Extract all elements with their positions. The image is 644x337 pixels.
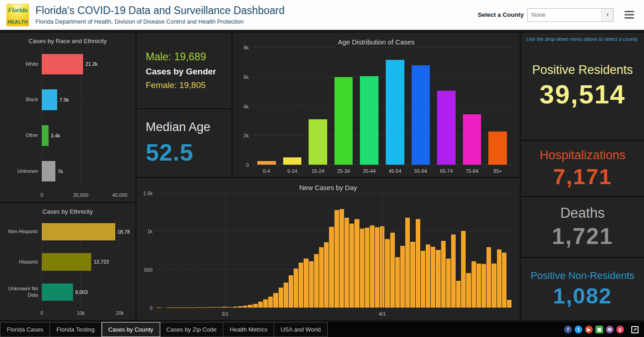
chart-row: Unknown/ No Data8,003 <box>0 277 135 307</box>
chart-row: Non-Hispanic18,78 <box>0 217 135 247</box>
email-icon[interactable]: ✉ <box>606 326 614 333</box>
x-tick-label: 0 <box>40 310 43 316</box>
external-link-icon[interactable]: ↗ <box>631 326 639 333</box>
bar <box>426 244 430 308</box>
gender-panel-title: Cases by Gender <box>146 67 231 77</box>
median-age-value: 52.5 <box>146 139 231 166</box>
bar <box>314 254 319 308</box>
chevron-down-icon: ▼ <box>601 9 613 21</box>
new-cases-by-day-chart: New Cases by Day05001k1.5k3/14/1 <box>137 178 520 320</box>
bar <box>279 288 283 308</box>
value-label: 18,78 <box>118 229 130 234</box>
facebook-icon[interactable]: f <box>564 326 572 333</box>
bar <box>410 242 415 308</box>
x-tick-label: 40,000 <box>112 192 128 198</box>
y-tick-label: 1.5k <box>143 190 152 196</box>
bar <box>228 307 232 308</box>
x-tick-label: 85+ <box>488 165 507 177</box>
age-distribution-chart: Age Distribution of Cases02k4k6k8k0-45-1… <box>233 33 520 177</box>
chart-title: Cases by Race and Ethnicity <box>0 33 135 46</box>
bar <box>319 247 324 308</box>
tab-florida-cases[interactable]: Florida Cases <box>0 322 50 337</box>
x-tick-label: 45-54 <box>386 165 404 177</box>
tab-florida-testing[interactable]: Florida Testing <box>50 322 101 337</box>
x-tick-label: 20k <box>116 310 124 316</box>
bar <box>283 157 302 165</box>
bar <box>446 259 451 308</box>
bar <box>273 293 278 308</box>
bar <box>202 308 207 308</box>
y-tick-label: 4k <box>243 104 249 109</box>
county-hint: Use the drop-down menu above to select a… <box>523 36 642 42</box>
bar <box>263 299 268 308</box>
bar <box>207 307 212 308</box>
tab-cases-by-zip-code[interactable]: Cases by Zip Code <box>160 322 224 337</box>
stat-hospitalizations: Hospitalizations 7,171 <box>521 141 644 196</box>
chart-title: Cases by Ethnicity <box>0 203 135 217</box>
bar <box>431 247 435 308</box>
bar <box>466 273 471 308</box>
value-label: 8,003 <box>75 289 88 295</box>
stat-label: Hospitalizations <box>540 148 625 162</box>
logo-text-florida: Florida <box>6 7 29 14</box>
value-label: 12,722 <box>93 259 109 264</box>
bar <box>268 297 273 308</box>
header: Florida HEALTH Florida's COVID-19 Data a… <box>0 0 644 30</box>
bar <box>416 219 420 308</box>
stat-value: 1,721 <box>552 223 613 249</box>
bar <box>309 261 314 308</box>
bar <box>324 242 329 308</box>
page-title: Florida's COVID-19 Data and Surveillance… <box>35 5 478 17</box>
x-tick-label: 55-64 <box>412 165 430 177</box>
stat-value: 1,082 <box>553 283 612 308</box>
x-axis: 0-45-1415-2425-3435-4445-5455-6465-7475-… <box>253 165 511 177</box>
chart-row: White21.2k <box>0 46 135 82</box>
y-axis: 02k4k6k8k <box>233 48 253 165</box>
y-tick-label: 1k <box>147 229 152 234</box>
tab-health-metrics[interactable]: Health Metrics <box>223 322 274 337</box>
bar <box>451 234 456 308</box>
menu-icon[interactable] <box>623 9 636 20</box>
bar <box>436 250 440 308</box>
tab-usa-and-world[interactable]: USA and World <box>274 322 328 337</box>
tab-bar: Florida CasesFlorida TestingCases by Cou… <box>0 322 644 337</box>
page-subtitle: Florida Department of Health, Division o… <box>35 18 478 25</box>
twitter-icon[interactable]: t <box>575 326 582 333</box>
category-label: Unknown/ No Data <box>0 286 42 298</box>
bar <box>294 269 298 308</box>
bar <box>334 210 339 308</box>
category-label: Other <box>0 132 42 139</box>
pinterest-icon[interactable]: p <box>616 326 624 333</box>
bar-other <box>42 125 49 146</box>
grid-icon[interactable]: ▦ <box>595 326 603 333</box>
tab-cases-by-county[interactable]: Cases by County <box>102 322 160 337</box>
gridline <box>225 193 226 308</box>
bar <box>395 257 400 308</box>
x-tick-label: 0-4 <box>257 165 276 177</box>
y-tick-label: 0 <box>150 305 152 311</box>
bar <box>487 247 491 308</box>
chart-row: Other3.4k <box>0 118 135 154</box>
county-dropdown[interactable]: None ▼ <box>527 8 614 22</box>
bar <box>197 307 202 308</box>
x-tick-label: 3/1 <box>221 311 228 317</box>
bar-black <box>42 89 57 110</box>
value-label: 7.9k <box>59 97 69 103</box>
x-tick-label: 25-34 <box>334 165 353 177</box>
bar <box>304 259 308 308</box>
category-label: Black <box>0 97 42 103</box>
select-county-label: Select a County <box>478 11 524 18</box>
bar <box>257 161 276 165</box>
category-label: Non-Hispanic <box>0 229 42 235</box>
bar <box>390 233 395 308</box>
stat-label: Deaths <box>560 205 605 221</box>
panel-cases-by-race: Cases by Race and EthnicityWhite21.2kBla… <box>0 33 135 202</box>
plot-area <box>253 48 511 165</box>
youtube-icon[interactable]: ▶ <box>585 326 593 333</box>
bar <box>492 264 496 308</box>
bar <box>243 306 247 308</box>
bar <box>360 76 379 165</box>
bar <box>349 224 354 308</box>
bar-white <box>42 54 83 75</box>
chart-row: Unknown7k <box>0 153 135 189</box>
